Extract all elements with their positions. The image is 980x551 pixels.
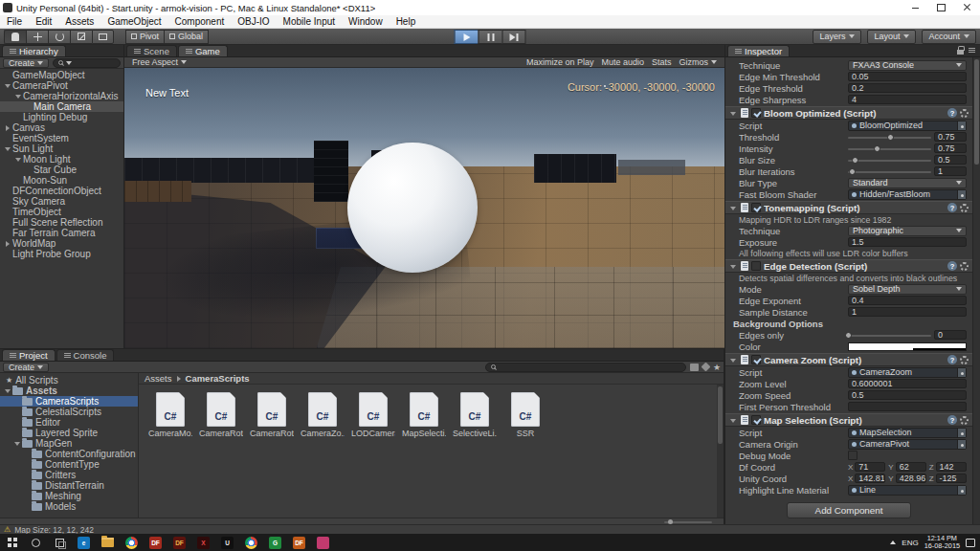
close-button[interactable] [954,0,980,15]
edges-only-value-field[interactable]: 0 [934,330,967,340]
game-viewport[interactable]: New Text Cursor: -30000, -30000, -30000 [124,68,724,348]
enable-checkbox[interactable] [751,415,761,425]
notification-center-icon[interactable] [966,539,975,547]
tab-console[interactable]: Console [56,349,115,361]
hierarchy-item-camerahorizontalaxis[interactable]: CameraHorizontalAxis [0,91,123,101]
layers-dropdown[interactable]: Layers [813,30,861,44]
edge-threshold-field[interactable]: 0.2 [848,83,967,93]
slider-knob[interactable] [852,157,858,164]
unity-editor-icon[interactable]: U [215,534,239,551]
dwarf-fortress-classic-icon[interactable]: DF [167,534,191,551]
script-object-field[interactable]: CameraZoom [848,367,967,378]
blur-iterations-slider[interactable] [848,166,931,177]
expand-arrow-icon[interactable] [4,123,12,132]
threshold-value-field[interactable]: 0.75 [934,132,967,142]
hierarchy-item-eventsystem[interactable]: EventSystem [0,133,123,143]
rect-tool-button[interactable] [92,30,114,44]
project-search-input[interactable] [485,363,686,372]
tab-project[interactable]: Project [2,349,56,361]
pause-button[interactable] [479,30,502,44]
menu-item-help[interactable]: Help [390,15,423,29]
create-button[interactable]: Create [3,363,49,372]
hierarchy-item-moon-light[interactable]: Moon Light [0,154,123,165]
layout-dropdown[interactable]: Layout [867,30,916,44]
object-picker-icon[interactable] [957,429,966,437]
technique-dropdown[interactable]: Photographic [848,226,967,236]
search-by-label-icon[interactable] [701,363,710,372]
hierarchy-search-input[interactable] [53,58,121,68]
scrollbar-thumb[interactable] [718,386,723,444]
asset-lodcamera[interactable]: C#LODCamera [351,392,395,438]
hierarchy-item-lighting-debug[interactable]: Lighting Debug [0,112,123,122]
hierarchy-item-camerapivot[interactable]: CameraPivot [0,80,123,91]
threshold-slider[interactable] [848,132,931,143]
asset-camerarot[interactable]: C#CameraRot... [199,392,243,438]
project-folder-mapgen[interactable]: MapGen [0,438,138,449]
project-folder-celestialscripts[interactable]: CelestialScripts [0,407,138,417]
camera-origin-object-field[interactable]: CameraPivot [848,439,967,450]
hierarchy-item-canvas[interactable]: Canvas [0,122,123,133]
global-button[interactable]: Global [165,30,209,44]
object-picker-icon[interactable] [957,121,966,130]
project-folder-editor[interactable]: Editor [0,417,138,428]
help-icon[interactable]: ? [947,415,957,425]
unity-coord-z-field[interactable]: -125 [936,474,967,483]
script-object-field[interactable]: BloomOptimized [848,121,967,131]
media-app-icon[interactable] [311,534,335,551]
asset-mapselecti[interactable]: C#MapSelecti... [402,392,446,438]
start-icon[interactable] [0,534,24,551]
component-header-camera-zoom-script[interactable]: Camera Zoom (Script)? [725,353,972,366]
slider-knob[interactable] [874,145,880,152]
script-object-field[interactable]: MapSelection [848,428,967,438]
expand-arrow-icon[interactable] [4,144,12,153]
hierarchy-item-gamemapobject[interactable]: GameMapObject [0,70,123,80]
df-coord-z-field[interactable]: 142 [936,462,967,472]
scrollbar-thumb[interactable] [974,59,979,165]
foldout-arrow-icon[interactable] [729,204,738,212]
breadcrumb-root[interactable]: Assets [145,373,172,384]
chrome-profile-icon[interactable] [239,534,263,551]
gizmos-dropdown[interactable]: Gizmos [675,57,721,68]
sample-distance-field[interactable]: 1 [848,307,967,317]
asset-camerazo[interactable]: C#CameraZo... [301,392,345,438]
expand-arrow-icon[interactable] [14,155,23,164]
hierarchy-item-main-camera[interactable]: Main Camera [0,101,123,112]
breadcrumb-current[interactable]: CameraScripts [186,373,250,384]
edge-min-threshold-field[interactable]: 0.05 [848,72,967,81]
project-folder-critters[interactable]: Critters [0,470,138,480]
slider-knob[interactable] [887,134,894,141]
foldout-arrow-icon[interactable] [729,109,738,118]
project-folder-contenttype[interactable]: ContentType [0,459,138,470]
blur-type-dropdown[interactable]: Standard [848,178,967,188]
favorites-star-icon[interactable]: ★ [713,364,721,371]
hierarchy-item-worldmap[interactable]: WorldMap [0,238,123,249]
dwarf-fortress-icon[interactable]: DF [144,534,167,551]
tab-inspector[interactable]: Inspector [727,45,790,56]
unity-coord-x-field[interactable]: 142.8128 [855,474,885,483]
blur-iterations-value-field[interactable]: 1 [934,166,967,176]
mute-audio-button[interactable]: Mute audio [597,57,648,68]
lock-icon[interactable] [957,50,964,55]
blur-size-slider[interactable] [848,155,931,165]
menu-item-window[interactable]: Window [342,15,390,29]
tab-scene[interactable]: Scene [126,45,177,56]
tab-hierarchy[interactable]: Hierarchy [2,45,66,56]
asset-size-slider[interactable] [664,521,712,523]
search-by-type-icon[interactable] [690,364,699,371]
panel-menu-icon[interactable] [969,48,975,53]
component-header-tonemapping-script[interactable]: Tonemapping (Script)? [725,201,972,214]
enable-checkbox[interactable] [751,355,761,364]
help-icon[interactable]: ? [947,261,957,271]
debug-mode-checkbox[interactable] [848,451,858,460]
mode-dropdown[interactable]: Sobel Depth [848,284,967,295]
gear-icon[interactable] [960,204,969,212]
maximize-on-play-button[interactable]: Maximize on Play [523,57,598,68]
step-button[interactable] [502,30,526,44]
intensity-slider[interactable] [848,143,931,154]
asset-camerarot[interactable]: C#CameraRot... [250,392,294,438]
help-icon[interactable]: ? [947,355,957,364]
df-coord-y-field[interactable]: 62 [896,462,926,472]
project-folder-distantterrain[interactable]: DistantTerrain [0,480,138,491]
hand-tool-button[interactable] [4,30,26,44]
edges-only-slider[interactable] [848,330,931,341]
